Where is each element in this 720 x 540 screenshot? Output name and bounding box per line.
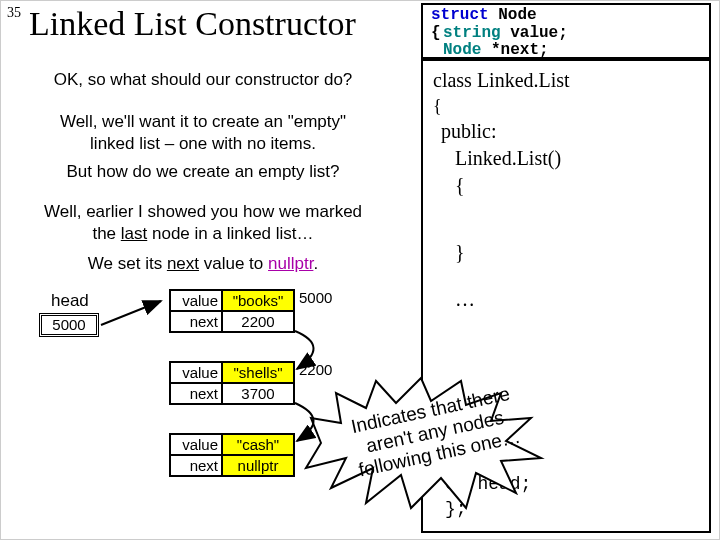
type: string <box>443 24 501 42</box>
type: Node <box>443 41 491 59</box>
paragraph-1: OK, so what should our constructor do? <box>23 69 383 91</box>
text: value to <box>199 254 268 273</box>
node-value: "books" <box>222 290 294 311</box>
code-line: } <box>455 239 699 266</box>
node-3: value"cash" nextnullptr <box>169 433 295 477</box>
text: { <box>431 25 443 60</box>
label-next: next <box>170 455 222 476</box>
text: value; <box>501 24 568 42</box>
code-line: Linked.List() <box>455 145 699 172</box>
node-next: 2200 <box>222 311 294 332</box>
node-1-address: 5000 <box>299 289 332 306</box>
text: Well, we'll want it to create an "empty" <box>60 112 346 131</box>
code-line: { <box>433 94 699 118</box>
node-2: value"shells" next3700 <box>169 361 295 405</box>
text: Well, earlier I showed you how we marked <box>44 202 362 221</box>
text: the <box>92 224 120 243</box>
node-value: "shells" <box>222 362 294 383</box>
text: . <box>313 254 318 273</box>
struct-code-box: struct Node { string value; Node *next; <box>421 3 711 59</box>
node-1: value"books" next2200 <box>169 289 295 333</box>
paragraph-4: Well, earlier I showed you how we marked… <box>23 201 383 245</box>
code-line: public: <box>441 118 699 145</box>
text: Node <box>489 6 537 24</box>
slide-title: Linked List Constructor <box>29 5 356 43</box>
keyword: struct <box>431 6 489 24</box>
paragraph-3: But how do we create an empty list? <box>23 161 383 183</box>
code-line: class Linked.List <box>433 67 699 94</box>
slide-number: 35 <box>7 5 21 21</box>
node-next: nullptr <box>222 455 294 476</box>
svg-line-2 <box>101 301 161 325</box>
text: linked list – one with no items. <box>90 134 316 153</box>
text: *next; <box>491 41 549 59</box>
code-line: … <box>455 286 699 313</box>
label-value: value <box>170 434 222 455</box>
text-last: last <box>121 224 147 243</box>
paragraph-5: We set its next value to nullptr. <box>23 253 383 275</box>
paragraph-2: Well, we'll want it to create an "empty"… <box>23 111 383 155</box>
callout-burst: Indicates that there aren't any nodes fo… <box>301 373 551 513</box>
label-value: value <box>170 362 222 383</box>
head-label: head <box>51 291 89 311</box>
head-pointer-box: 5000 <box>39 313 99 337</box>
node-value: "cash" <box>222 434 294 455</box>
text: We set its <box>88 254 167 273</box>
text: node in a linked list… <box>147 224 313 243</box>
label-next: next <box>170 383 222 404</box>
node-next: 3700 <box>222 383 294 404</box>
code-line: { <box>455 172 699 199</box>
label-value: value <box>170 290 222 311</box>
text-nullptr: nullptr <box>268 254 313 273</box>
text-next: next <box>167 254 199 273</box>
label-next: next <box>170 311 222 332</box>
